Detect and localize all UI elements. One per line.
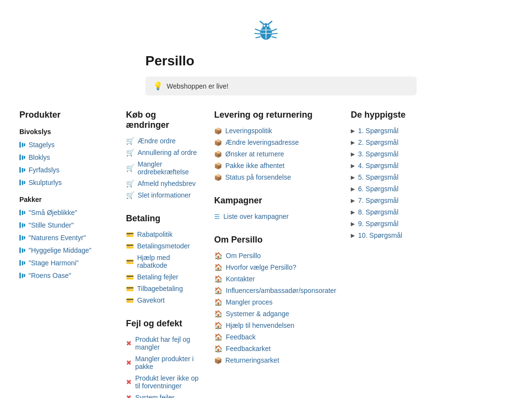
item-system-fejler[interactable]: ✖ System fejler	[126, 393, 200, 398]
item-mangler-proces[interactable]: 🏠 Mangler proces	[214, 297, 336, 307]
item-label: 10. Spørgsmål	[358, 231, 402, 239]
item-sporgsmal-10[interactable]: ▶ 10. Spørgsmål	[351, 230, 424, 240]
section-hyppigste-items: ▶ 1. Spørgsmål ▶ 2. Spørgsmål ▶ 3. Spørg…	[351, 126, 424, 240]
sidebar-item-label: "Naturens Eventyr"	[29, 234, 86, 242]
item-hjaelp-rabatkode[interactable]: 💳 Hjælp med rabatkode	[126, 253, 200, 270]
home-icon: 🏠	[214, 252, 222, 260]
item-pakke-afhentet[interactable]: 📦 Pakke ikke afhentet	[214, 161, 336, 170]
item-rabatpolitik[interactable]: 💳 Rabatpolitik	[126, 230, 200, 239]
arrow-icon: ▶	[351, 221, 355, 227]
item-sporgsmal-2[interactable]: ▶ 2. Spørgsmål	[351, 138, 424, 147]
item-kontakter[interactable]: 🏠 Kontakter	[214, 274, 336, 284]
home-icon: 🏠	[214, 263, 222, 271]
item-sporgsmal-5[interactable]: ▶ 5. Spørgsmål	[351, 172, 424, 182]
column-3: De hyppigste ▶ 1. Spørgsmål ▶ 2. Spørgsm…	[351, 110, 424, 254]
sidebar-item-smaa[interactable]: "Små Øjeblikke"	[19, 207, 116, 218]
item-betalingsmetoder[interactable]: 💳 Betalingsmetoder	[126, 241, 200, 251]
arrow-icon: ▶	[351, 209, 355, 215]
home-icon: 🏠	[214, 275, 222, 283]
item-betaling-fejler[interactable]: 💳 Betaling fejler	[126, 272, 200, 282]
section-kampagner-title: Kampagner	[214, 196, 336, 206]
item-mangler-pakke[interactable]: ✖ Mangler produkter i pakke	[126, 354, 200, 371]
item-sporgsmal-6[interactable]: ▶ 6. Spørgsmål	[351, 184, 424, 194]
item-hvorfor-persillo[interactable]: 🏠 Hvorfor vælge Persillo?	[214, 262, 336, 272]
arrow-icon: ▶	[351, 174, 355, 181]
sidebar-item-stage[interactable]: "Stage Harmoni"	[19, 258, 116, 268]
arrow-icon: ▶	[351, 163, 355, 169]
item-feedback[interactable]: 🏠 Feedback	[214, 332, 336, 342]
item-label: Mangler produkter i pakke	[135, 355, 200, 370]
item-returneringsarket[interactable]: 📦 Returneringsarket	[214, 355, 336, 365]
item-influencers[interactable]: 🏠 Influencers/ambassadør/sponsorater	[214, 286, 336, 295]
notice-text: Webshoppen er live!	[167, 82, 228, 90]
bar-chart-icon	[19, 273, 25, 278]
notice-bar: 💡 Webshoppen er live!	[145, 77, 417, 95]
logo-area	[19, 10, 513, 48]
item-sporgsmal-8[interactable]: ▶ 8. Spørgsmål	[351, 207, 424, 217]
item-feedbackarket[interactable]: 🏠 Feedbackarket	[214, 344, 336, 353]
bar-chart-icon	[19, 222, 25, 228]
item-aendre-leveringsadresse[interactable]: 📦 Ændre leveringsadresse	[214, 138, 336, 147]
item-oensker-returnere[interactable]: 📦 Ønsker at returnere	[214, 149, 336, 159]
item-systemer[interactable]: 🏠 Systemer & adgange	[214, 309, 336, 319]
item-mangler-ordre[interactable]: 🛒 Mangler ordrebekræftelse	[126, 159, 200, 177]
item-tilbagebetaling[interactable]: 💳 Tilbagebetaling	[126, 284, 200, 293]
item-aendre-ordre[interactable]: 🛒 Ændre ordre	[126, 136, 200, 146]
svg-point-5	[267, 25, 269, 27]
sidebar-item-hyggelige[interactable]: "Hyggelige Middage"	[19, 245, 116, 256]
error-icon: ✖	[126, 339, 132, 347]
section-betaling: Betaling 💳 Rabatpolitik 💳 Betalingsmetod…	[126, 214, 200, 305]
sidebar-item-naturens[interactable]: "Naturens Eventyr"	[19, 232, 116, 243]
item-label: Ønsker at returnere	[225, 150, 284, 158]
item-produkt-forventninger[interactable]: ✖ Produkt lever ikke op til forventninge…	[126, 373, 200, 391]
item-label: 1. Spørgsmål	[358, 127, 398, 135]
item-sporgsmal-3[interactable]: ▶ 3. Spørgsmål	[351, 149, 424, 159]
svg-line-14	[272, 37, 276, 38]
sidebar-title: Produkter	[19, 110, 116, 120]
item-label: 2. Spørgsmål	[358, 138, 398, 146]
item-status-forsendelse[interactable]: 📦 Status på forsendelse	[214, 172, 336, 182]
bar-chart-icon	[19, 142, 25, 148]
section-fejl: Fejl og defekt ✖ Produkt har fejl og man…	[126, 319, 200, 398]
sidebar-item-bloklys[interactable]: Bloklys	[19, 152, 116, 163]
logo-icon	[251, 19, 281, 44]
item-gavekort[interactable]: 💳 Gavekort	[126, 295, 200, 305]
item-leveringspolitik[interactable]: 📦 Leveringspolitik	[214, 126, 336, 136]
sidebar-item-fyrfadslys[interactable]: Fyrfadslys	[19, 165, 116, 175]
cart-icon: 🛒	[126, 149, 134, 156]
item-sporgsmal-7[interactable]: ▶ 7. Spørgsmål	[351, 196, 424, 205]
item-label: Leveringspolitik	[225, 127, 272, 135]
item-om-persillo[interactable]: 🏠 Om Persillo	[214, 251, 336, 260]
sidebar-item-label: Bloklys	[29, 153, 50, 161]
item-sporgsmal-4[interactable]: ▶ 4. Spørgsmål	[351, 161, 424, 170]
sidebar-item-stille[interactable]: "Stille Stunder"	[19, 220, 116, 230]
svg-line-12	[272, 29, 277, 31]
sidebar-item-label: "Stille Stunder"	[29, 221, 74, 229]
list-icon: ☰	[214, 213, 220, 220]
sidebar-item-stagelys[interactable]: Stagelys	[19, 139, 116, 150]
item-liste-kampagner[interactable]: ☰ Liste over kampagner	[214, 212, 336, 221]
sidebar-item-roens[interactable]: "Roens Oase"	[19, 270, 116, 281]
item-label: Slet informationer	[138, 191, 191, 199]
item-slet[interactable]: 🛒 Slet informationer	[126, 190, 200, 200]
item-afmeld[interactable]: 🛒 Afmeld nyhedsbrev	[126, 179, 200, 188]
bar-chart-icon	[19, 154, 25, 160]
item-label: 6. Spørgsmål	[358, 185, 398, 193]
item-produkt-fejl[interactable]: ✖ Produkt har fejl og mangler	[126, 335, 200, 352]
home-icon: 🏠	[214, 345, 222, 352]
item-annullering[interactable]: 🛒 Annullering af ordre	[126, 148, 200, 157]
item-hjaelp-henvendelsen[interactable]: 🏠 Hjælp til henvendelsen	[214, 321, 336, 330]
sidebar-item-label: Stagelys	[29, 141, 55, 149]
credit-icon: 💳	[126, 243, 134, 250]
section-levering: Levering og returnering 📦 Leveringspolit…	[214, 110, 336, 182]
item-label: 5. Spørgsmål	[358, 173, 398, 181]
item-sporgsmal-9[interactable]: ▶ 9. Spørgsmål	[351, 219, 424, 229]
sidebar-item-skulpturlys[interactable]: Skulpturlys	[19, 177, 116, 188]
error-icon: ✖	[126, 378, 132, 386]
item-label: Mangler proces	[226, 298, 273, 306]
sidebar-item-label: "Stage Harmoni"	[29, 259, 78, 267]
item-sporgsmal-1[interactable]: ▶ 1. Spørgsmål	[351, 126, 424, 136]
item-label: Influencers/ambassadør/sponsorater	[226, 287, 336, 294]
item-label: Rabatpolitik	[137, 230, 172, 238]
error-icon: ✖	[126, 394, 132, 398]
